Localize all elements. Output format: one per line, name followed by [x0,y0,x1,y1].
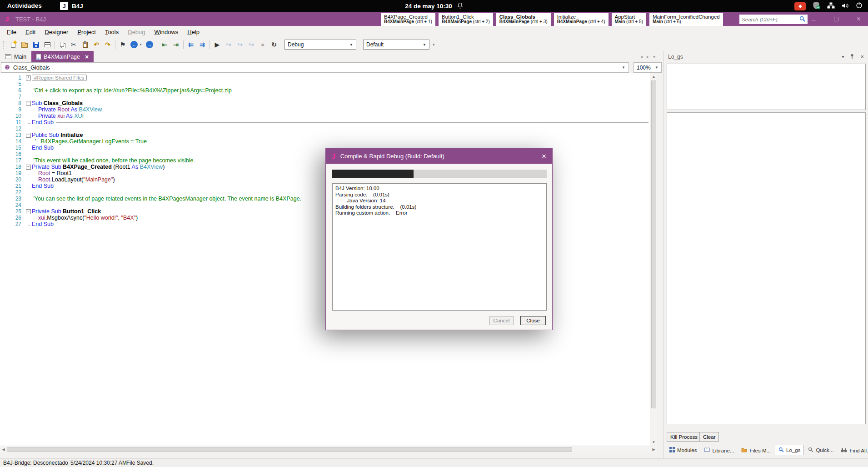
tab-b4xmainpage[interactable]: B4XMainPage × [31,51,94,62]
save-icon[interactable] [30,40,41,50]
search-input[interactable] [742,17,799,22]
fold-marker[interactable] [25,100,32,106]
horizontal-scroll-thumb[interactable] [7,447,572,452]
tab-scroll-left-icon[interactable]: ◂ [640,54,643,59]
network-icon[interactable] [827,2,835,10]
cancel-button[interactable]: Cancel [489,316,514,325]
fold-marker[interactable] [25,176,32,183]
fold-marker[interactable] [25,81,32,87]
menu-help[interactable]: Help [183,27,204,37]
fold-marker[interactable] [25,221,32,227]
outdent-icon[interactable]: ⇤ [159,40,170,50]
panel-tab-quick[interactable]: Quick... [805,445,837,455]
rebuild-icon[interactable]: ↻ [269,40,279,50]
tab-list-dropdown-icon[interactable]: ▾ [653,54,655,59]
compile-log-output[interactable]: B4J Version: 10.00Parsing code. (0.01s) … [332,183,547,311]
maximize-button[interactable] [834,17,838,21]
power-icon[interactable] [856,2,863,10]
kill-process-button[interactable]: Kill Process [667,432,701,442]
designer-grid-icon[interactable] [42,40,53,50]
scope-selector[interactable]: Class_Globals ▼ [1,62,629,73]
step-over-icon[interactable]: ↪ [223,40,234,50]
window-title-bar[interactable]: J TEST - B4J B4XPage_Created B4XMainPage… [0,12,868,26]
fold-marker[interactable] [25,113,32,119]
logs-output-view[interactable] [667,112,866,424]
quick-jump-tab[interactable]: AppStart Main (ctrl + 5) [612,13,647,26]
fold-marker[interactable] [25,145,32,151]
open-project-icon[interactable] [19,40,30,50]
fold-marker[interactable] [25,151,32,157]
fold-marker[interactable] [25,170,32,176]
vertical-scroll-thumb[interactable] [651,80,656,408]
fold-marker[interactable] [25,87,32,94]
run-icon[interactable]: ▶ [212,40,223,50]
quick-jump-tab[interactable]: MainForm_IconifiedChanged Main (ctrl + 6… [649,13,723,26]
uncomment-icon[interactable]: ⇉ [197,40,208,50]
stop-icon[interactable]: ■ [257,40,268,50]
tab-main[interactable]: Main [0,51,31,62]
menu-designer[interactable]: Designer [40,27,73,37]
menu-tools[interactable]: Tools [100,27,123,37]
fold-marker[interactable] [25,75,32,81]
close-window-button[interactable]: × [857,15,861,23]
editor-horizontal-scrollbar[interactable]: ◀ ▶ [0,446,657,453]
menu-windows[interactable]: Windows [150,27,183,37]
build-mode-select[interactable]: Debug ▼ [284,40,356,50]
logs-filter-list[interactable] [667,64,866,110]
panel-dropdown-icon[interactable]: ▾ [842,54,844,59]
panel-tab-findall[interactable]: Find All... [838,446,868,455]
panel-tab-modules[interactable]: Modules [666,445,700,455]
back-history-dropdown-icon[interactable]: ▾ [140,43,144,46]
scroll-down-icon[interactable]: ▼ [650,439,657,446]
indent-icon[interactable]: ⇥ [170,40,181,50]
fold-marker[interactable] [25,126,32,132]
close-dialog-icon[interactable]: × [542,152,546,161]
close-panel-icon[interactable]: × [860,53,864,60]
scroll-right-icon[interactable]: ▶ [650,447,657,452]
menu-project[interactable]: Project [73,27,100,37]
fold-marker[interactable] [25,215,32,221]
close-tab-icon[interactable]: × [85,53,89,60]
quick-jump-tab[interactable]: Initialize B4XMainPage (ctrl + 4) [554,13,609,26]
pin-icon[interactable] [850,54,854,60]
new-file-icon[interactable] [8,40,19,50]
minimize-button[interactable]: – [812,15,815,23]
compile-dialog-titlebar[interactable]: J Compile & Rapid Debug (Build: Default)… [326,149,552,164]
tab-scroll-right-icon[interactable]: ▸ [647,54,649,59]
clock-area[interactable]: 24 de may 10:30 [0,0,868,12]
cut-icon[interactable]: ✂ [68,40,79,50]
fold-marker[interactable] [25,94,32,100]
quick-jump-tab[interactable]: Class_Globals B4XMainPage (ctrl + 3) [496,13,551,26]
navigate-back-icon[interactable]: ← [129,40,140,50]
fold-marker[interactable] [25,196,32,202]
paste-icon[interactable] [80,40,90,50]
menu-file[interactable]: File [2,27,21,37]
fold-marker[interactable] [25,132,32,138]
build-configuration-select[interactable]: Default ▼ [363,40,429,50]
bookmark-icon[interactable]: ⚑ [117,40,128,50]
undo-icon[interactable]: ↶ [91,40,102,50]
fold-marker[interactable] [25,157,32,164]
editor-vertical-scrollbar[interactable]: ▲ ▼ [650,73,657,446]
panel-tab-filesm[interactable]: Files M... [738,446,774,455]
security-shield-icon[interactable] [813,1,820,11]
panel-tab-librarie[interactable]: Librarie... [701,446,737,455]
comment-icon[interactable]: ⇇ [185,40,196,50]
menu-debug[interactable]: Debug [123,27,150,37]
panel-tab-logs[interactable]: Lo_gs [775,445,804,455]
fold-marker[interactable] [25,164,32,170]
fold-marker[interactable] [25,138,32,145]
step-into-icon[interactable]: ↪ [234,40,245,50]
search-box[interactable] [739,15,808,24]
fold-marker[interactable] [25,119,32,126]
screen-share-indicator-icon[interactable] [794,2,806,10]
scroll-left-icon[interactable]: ◀ [0,447,7,452]
fold-marker[interactable] [25,208,32,215]
toolbar-overflow-icon[interactable]: ▾ [433,42,435,47]
close-button[interactable]: Close [520,316,546,325]
fold-marker[interactable] [25,106,32,113]
quick-jump-tab[interactable]: Button1_Click B4XMainPage (ctrl + 2) [439,13,493,26]
toolbar-grip[interactable] [3,41,5,49]
fold-marker[interactable] [25,183,32,189]
scroll-up-icon[interactable]: ▲ [650,73,657,80]
